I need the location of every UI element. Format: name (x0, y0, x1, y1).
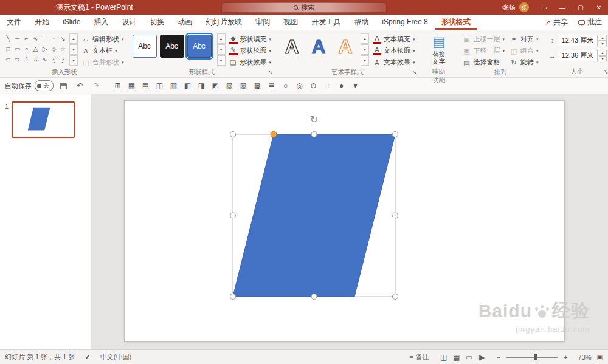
shape-gallery-item-0-4[interactable]: ⌒ (40, 33, 49, 44)
shape-gallery-item-2-0[interactable]: ⇦ (4, 54, 13, 64)
tab-ispring-free-8[interactable]: iSpring Free 8 (375, 15, 434, 30)
minimize-button[interactable]: — (553, 0, 572, 15)
height-increase-button[interactable]: ▴ (599, 35, 607, 41)
align-objects-icon[interactable]: ≣ (265, 80, 278, 92)
resize-handle-n[interactable] (311, 132, 317, 137)
zoom-out-button[interactable]: − (497, 354, 500, 361)
slideshow-icon[interactable]: ▶ (477, 353, 488, 362)
tab-transitions[interactable]: 切换 (143, 15, 171, 30)
gallery-up-icon[interactable]: ▴ (361, 33, 369, 44)
close-button[interactable]: ✕ (590, 0, 608, 15)
maximize-button[interactable]: ▢ (572, 0, 590, 15)
slide-thumbnail[interactable] (12, 101, 75, 138)
save-button[interactable] (57, 80, 70, 92)
distribute-horizontal-icon[interactable]: ▧ (223, 80, 236, 92)
adjust-handle[interactable] (271, 131, 277, 137)
tab-file[interactable]: 文件 (0, 15, 28, 30)
parallelogram-shape[interactable] (233, 134, 395, 297)
autosave-toggle[interactable]: 自动保存 关 (5, 80, 54, 91)
language-indicator[interactable]: 中文(中国) (100, 352, 131, 362)
fit-to-window-icon[interactable]: ▣ (597, 353, 603, 361)
oval-style-1-icon[interactable]: ○ (279, 80, 292, 92)
notes-button[interactable]: ≡ 备注 (409, 352, 429, 362)
rotation-handle[interactable]: ↻ (310, 114, 318, 125)
align-button[interactable]: ≡对齐▾ (507, 34, 541, 44)
shape-gallery-item-2-6[interactable]: } (58, 54, 67, 64)
shape-gallery-item-1-2[interactable]: ○ (22, 44, 31, 54)
gallery-down-icon[interactable]: ▾ (361, 44, 369, 55)
tab-developer[interactable]: 开发工具 (305, 15, 347, 30)
shape-gallery-item-2-5[interactable]: { (49, 54, 58, 64)
zoom-slider[interactable] (506, 357, 558, 358)
gallery-down-icon[interactable]: ▾ (217, 44, 226, 55)
snap-grid-icon[interactable]: ▩ (251, 80, 264, 92)
tab-animations[interactable]: 动画 (171, 15, 199, 30)
merge-shapes-button[interactable]: ◫合并形状▾ (79, 57, 126, 67)
comments-button[interactable]: 批注 (578, 17, 602, 27)
oval-style-3-icon[interactable]: ⊙ (307, 80, 320, 92)
redo-button[interactable]: ↷ (90, 80, 103, 92)
shape-gallery-item-0-5[interactable]: ◦ (49, 33, 58, 44)
shape-style-tile-3[interactable]: Abc (187, 35, 212, 58)
width-decrease-button[interactable]: ▾ (599, 56, 607, 62)
tab-insert[interactable]: 插入 (87, 15, 115, 30)
search-box[interactable]: 搜索 (221, 2, 387, 13)
reading-view-icon[interactable]: ▭ (464, 353, 475, 362)
gallery-up-icon[interactable]: ▴ (217, 33, 226, 44)
user-name[interactable]: 张扬 (502, 3, 516, 12)
grid-icon[interactable]: ⊞ (111, 80, 124, 92)
wordart-style-2[interactable]: A (305, 33, 332, 61)
shape-gallery-item-0-0[interactable]: ╲ (4, 33, 13, 44)
undo-button[interactable]: ↶ (74, 80, 86, 92)
gallery-more-icon[interactable]: ▾ (361, 55, 369, 66)
align-center-icon[interactable]: ◫ (153, 80, 166, 92)
oval-style-4-icon[interactable]: ◌ (321, 80, 334, 92)
zoom-in-button[interactable]: + (564, 354, 567, 361)
height-decrease-button[interactable]: ▾ (599, 41, 607, 47)
resize-handle-nw[interactable] (230, 132, 236, 137)
resize-handle-se[interactable] (393, 294, 398, 300)
gallery-down-icon[interactable]: ▾ (69, 44, 78, 55)
tab-help[interactable]: 帮助 (347, 15, 375, 30)
wordart-style-3[interactable]: A (332, 33, 359, 61)
autosave-switch[interactable]: 关 (35, 80, 54, 91)
oval-style-5-icon[interactable]: ● (335, 80, 348, 92)
slide-sorter-icon[interactable]: ▦ (451, 353, 462, 362)
align-left-icon[interactable]: ▤ (139, 80, 152, 92)
edit-shape-button[interactable]: ▱编辑形状▾ (79, 34, 126, 44)
tab-view[interactable]: 视图 (277, 15, 305, 30)
text-effects-button[interactable]: A文本效果▾ (370, 57, 418, 67)
tab-design[interactable]: 设计 (115, 15, 143, 30)
shape-gallery-item-1-3[interactable]: △ (31, 44, 40, 54)
shape-gallery-item-1-5[interactable]: ◇ (49, 44, 58, 54)
text-box-button[interactable]: A文本框▾ (79, 46, 126, 56)
alt-text-button[interactable]: ▤ 替换 文字 (432, 33, 446, 65)
shape-gallery-item-0-3[interactable]: ∿ (31, 33, 40, 44)
tab-slide-show[interactable]: 幻灯片放映 (199, 15, 249, 30)
group-button[interactable]: ◫组合▾ (507, 46, 541, 56)
wordart-style-1[interactable]: A (278, 33, 305, 61)
resize-handle-sw[interactable] (230, 294, 236, 300)
distribute-vertical-icon[interactable]: ▨ (237, 80, 250, 92)
shape-fill-button[interactable]: ◆形状填充▾ (227, 34, 274, 44)
tab-home[interactable]: 开始 (28, 15, 56, 30)
resize-handle-ne[interactable] (393, 132, 398, 137)
bring-forward-button[interactable]: ▣上移一层▾ (460, 34, 508, 44)
shape-gallery-item-1-0[interactable]: □ (4, 44, 13, 54)
zoom-percentage[interactable]: 73% (573, 354, 592, 361)
oval-style-2-icon[interactable]: ◎ (293, 80, 306, 92)
shape-gallery-item-1-1[interactable]: ▭ (13, 44, 22, 54)
shape-gallery-item-1-4[interactable]: ▷ (40, 44, 49, 54)
zoom-slider-thumb[interactable] (534, 354, 537, 360)
selection-pane-button[interactable]: ▤选择窗格 (460, 57, 508, 67)
tab-shape-format[interactable]: 形状格式 (435, 15, 477, 30)
shape-outline-button[interactable]: ✎形状轮廓▾ (227, 46, 274, 56)
resize-handle-e[interactable] (393, 213, 398, 218)
text-fill-button[interactable]: A文本填充▾ (370, 34, 418, 44)
shape-gallery-item-2-2[interactable]: ⇧ (22, 54, 31, 64)
shape-gallery-item-0-1[interactable]: ─ (13, 33, 22, 44)
gallery-more-icon[interactable]: ▾ (69, 55, 78, 66)
align-top-icon[interactable]: ◧ (181, 80, 194, 92)
table-icon[interactable]: ▦ (125, 80, 138, 92)
send-backward-button[interactable]: ▣下移一层▾ (460, 46, 508, 56)
